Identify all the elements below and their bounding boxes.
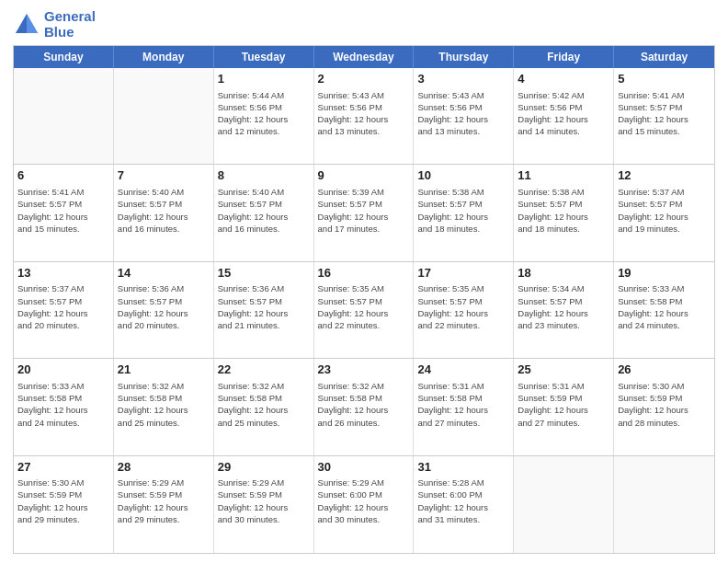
- header-day-sunday: Sunday: [14, 46, 114, 68]
- day-number: 17: [417, 265, 509, 282]
- day-number: 21: [118, 362, 210, 378]
- day-cell-5: 5Sunrise: 5:41 AM Sunset: 5:57 PM Daylig…: [614, 68, 714, 164]
- day-number: 26: [618, 362, 711, 378]
- day-info: Sunrise: 5:30 AM Sunset: 5:59 PM Dayligh…: [618, 380, 711, 429]
- day-cell-11: 11Sunrise: 5:38 AM Sunset: 5:57 PM Dayli…: [514, 165, 614, 260]
- day-number: 20: [17, 362, 109, 378]
- day-cell-24: 24Sunrise: 5:31 AM Sunset: 5:58 PM Dayli…: [414, 359, 514, 454]
- day-cell-20: 20Sunrise: 5:33 AM Sunset: 5:58 PM Dayli…: [14, 359, 114, 454]
- empty-cell: [614, 456, 714, 553]
- day-number: 9: [318, 167, 410, 184]
- day-info: Sunrise: 5:39 AM Sunset: 5:57 PM Dayligh…: [318, 186, 410, 235]
- day-cell-25: 25Sunrise: 5:31 AM Sunset: 5:59 PM Dayli…: [514, 359, 614, 454]
- day-number: 8: [218, 167, 310, 184]
- week-row-5: 27Sunrise: 5:30 AM Sunset: 5:59 PM Dayli…: [14, 456, 714, 553]
- day-number: 16: [318, 265, 410, 282]
- header-day-wednesday: Wednesday: [314, 46, 415, 68]
- day-info: Sunrise: 5:29 AM Sunset: 5:59 PM Dayligh…: [218, 477, 310, 525]
- day-info: Sunrise: 5:41 AM Sunset: 5:57 PM Dayligh…: [17, 186, 109, 235]
- day-info: Sunrise: 5:36 AM Sunset: 5:57 PM Dayligh…: [218, 282, 310, 331]
- day-number: 3: [417, 71, 509, 87]
- day-info: Sunrise: 5:36 AM Sunset: 5:57 PM Dayligh…: [118, 282, 210, 331]
- day-number: 12: [618, 167, 711, 184]
- day-info: Sunrise: 5:40 AM Sunset: 5:57 PM Dayligh…: [118, 186, 210, 235]
- calendar: SundayMondayTuesdayWednesdayThursdayFrid…: [13, 45, 715, 554]
- day-number: 1: [218, 71, 310, 87]
- day-number: 31: [417, 459, 509, 476]
- calendar-body: 1Sunrise: 5:44 AM Sunset: 5:56 PM Daylig…: [14, 68, 714, 553]
- day-cell-27: 27Sunrise: 5:30 AM Sunset: 5:59 PM Dayli…: [14, 456, 114, 553]
- day-number: 18: [518, 265, 609, 282]
- day-info: Sunrise: 5:32 AM Sunset: 5:58 PM Dayligh…: [118, 380, 210, 429]
- logo-icon: [13, 11, 40, 39]
- day-info: Sunrise: 5:37 AM Sunset: 5:57 PM Dayligh…: [618, 186, 711, 235]
- day-number: 5: [618, 71, 711, 87]
- day-cell-13: 13Sunrise: 5:37 AM Sunset: 5:57 PM Dayli…: [14, 262, 114, 358]
- day-info: Sunrise: 5:32 AM Sunset: 5:58 PM Dayligh…: [318, 380, 410, 429]
- header: General Blue: [13, 9, 715, 40]
- day-cell-3: 3Sunrise: 5:43 AM Sunset: 5:56 PM Daylig…: [414, 68, 514, 164]
- day-cell-22: 22Sunrise: 5:32 AM Sunset: 5:58 PM Dayli…: [214, 359, 314, 454]
- week-row-2: 6Sunrise: 5:41 AM Sunset: 5:57 PM Daylig…: [14, 165, 714, 261]
- logo: General Blue: [13, 9, 96, 40]
- svg-marker-1: [27, 14, 38, 33]
- day-number: 6: [17, 167, 109, 184]
- day-cell-14: 14Sunrise: 5:36 AM Sunset: 5:57 PM Dayli…: [114, 262, 214, 358]
- header-day-saturday: Saturday: [614, 46, 714, 68]
- day-info: Sunrise: 5:38 AM Sunset: 5:57 PM Dayligh…: [417, 186, 509, 235]
- day-cell-30: 30Sunrise: 5:29 AM Sunset: 6:00 PM Dayli…: [314, 456, 415, 553]
- day-number: 19: [618, 265, 711, 282]
- day-cell-7: 7Sunrise: 5:40 AM Sunset: 5:57 PM Daylig…: [114, 165, 214, 260]
- day-cell-19: 19Sunrise: 5:33 AM Sunset: 5:58 PM Dayli…: [614, 262, 714, 358]
- day-info: Sunrise: 5:29 AM Sunset: 5:59 PM Dayligh…: [118, 477, 210, 525]
- day-info: Sunrise: 5:37 AM Sunset: 5:57 PM Dayligh…: [17, 282, 109, 331]
- day-number: 4: [518, 71, 609, 87]
- week-row-4: 20Sunrise: 5:33 AM Sunset: 5:58 PM Dayli…: [14, 359, 714, 455]
- day-number: 7: [118, 167, 210, 184]
- day-info: Sunrise: 5:38 AM Sunset: 5:57 PM Dayligh…: [518, 186, 609, 235]
- header-day-friday: Friday: [514, 46, 614, 68]
- day-number: 27: [17, 459, 109, 476]
- day-number: 13: [17, 265, 109, 282]
- day-cell-12: 12Sunrise: 5:37 AM Sunset: 5:57 PM Dayli…: [614, 165, 714, 260]
- day-info: Sunrise: 5:40 AM Sunset: 5:57 PM Dayligh…: [218, 186, 310, 235]
- day-cell-16: 16Sunrise: 5:35 AM Sunset: 5:57 PM Dayli…: [314, 262, 415, 358]
- page: General Blue SundayMondayTuesdayWednesda…: [0, 0, 728, 563]
- day-info: Sunrise: 5:43 AM Sunset: 5:56 PM Dayligh…: [318, 89, 410, 138]
- day-cell-2: 2Sunrise: 5:43 AM Sunset: 5:56 PM Daylig…: [314, 68, 415, 164]
- day-cell-10: 10Sunrise: 5:38 AM Sunset: 5:57 PM Dayli…: [414, 165, 514, 260]
- day-info: Sunrise: 5:30 AM Sunset: 5:59 PM Dayligh…: [17, 477, 109, 525]
- day-info: Sunrise: 5:42 AM Sunset: 5:56 PM Dayligh…: [518, 89, 609, 138]
- day-number: 25: [518, 362, 609, 378]
- day-info: Sunrise: 5:32 AM Sunset: 5:58 PM Dayligh…: [218, 380, 310, 429]
- day-info: Sunrise: 5:31 AM Sunset: 5:58 PM Dayligh…: [417, 380, 509, 429]
- logo-text: General Blue: [44, 9, 96, 40]
- day-cell-23: 23Sunrise: 5:32 AM Sunset: 5:58 PM Dayli…: [314, 359, 415, 454]
- day-cell-21: 21Sunrise: 5:32 AM Sunset: 5:58 PM Dayli…: [114, 359, 214, 454]
- day-cell-31: 31Sunrise: 5:28 AM Sunset: 6:00 PM Dayli…: [414, 456, 514, 553]
- day-info: Sunrise: 5:34 AM Sunset: 5:57 PM Dayligh…: [518, 282, 609, 331]
- day-cell-29: 29Sunrise: 5:29 AM Sunset: 5:59 PM Dayli…: [214, 456, 314, 553]
- day-info: Sunrise: 5:33 AM Sunset: 5:58 PM Dayligh…: [618, 282, 711, 331]
- day-number: 24: [417, 362, 509, 378]
- day-info: Sunrise: 5:35 AM Sunset: 5:57 PM Dayligh…: [417, 282, 509, 331]
- day-cell-18: 18Sunrise: 5:34 AM Sunset: 5:57 PM Dayli…: [514, 262, 614, 358]
- empty-cell: [514, 456, 614, 553]
- day-cell-28: 28Sunrise: 5:29 AM Sunset: 5:59 PM Dayli…: [114, 456, 214, 553]
- day-number: 14: [118, 265, 210, 282]
- day-cell-17: 17Sunrise: 5:35 AM Sunset: 5:57 PM Dayli…: [414, 262, 514, 358]
- day-cell-1: 1Sunrise: 5:44 AM Sunset: 5:56 PM Daylig…: [214, 68, 314, 164]
- header-day-monday: Monday: [114, 46, 214, 68]
- header-day-tuesday: Tuesday: [214, 46, 314, 68]
- day-number: 2: [318, 71, 410, 87]
- week-row-3: 13Sunrise: 5:37 AM Sunset: 5:57 PM Dayli…: [14, 262, 714, 359]
- day-info: Sunrise: 5:33 AM Sunset: 5:58 PM Dayligh…: [17, 380, 109, 429]
- day-number: 28: [118, 459, 210, 476]
- day-number: 15: [218, 265, 310, 282]
- day-info: Sunrise: 5:31 AM Sunset: 5:59 PM Dayligh…: [518, 380, 609, 429]
- day-info: Sunrise: 5:28 AM Sunset: 6:00 PM Dayligh…: [417, 477, 509, 525]
- calendar-header: SundayMondayTuesdayWednesdayThursdayFrid…: [14, 46, 714, 68]
- day-cell-6: 6Sunrise: 5:41 AM Sunset: 5:57 PM Daylig…: [14, 165, 114, 260]
- day-number: 29: [218, 459, 310, 476]
- day-number: 22: [218, 362, 310, 378]
